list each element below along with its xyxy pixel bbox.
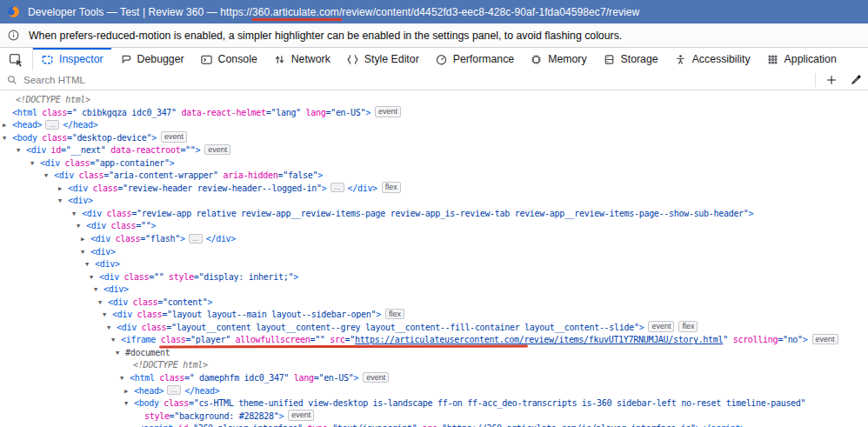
markup-line[interactable]: style="background: #282828">event xyxy=(0,410,868,424)
collapsed-content-ellipsis[interactable]: … xyxy=(331,183,344,192)
event-badge[interactable]: event xyxy=(812,334,838,345)
tab-label: Network xyxy=(291,53,331,65)
markup-line[interactable]: ▼<div> xyxy=(0,195,868,208)
twisty-expanded-icon[interactable]: ▼ xyxy=(30,157,34,170)
markup-line[interactable]: ▼<div id="__next" data-reactroot="">even… xyxy=(0,144,868,157)
attribute-name: class xyxy=(137,323,166,332)
tab-console[interactable]: Console xyxy=(192,48,265,70)
markup-line[interactable]: ▼<div class="" style="display: inherit;"… xyxy=(0,271,868,284)
markup-line[interactable]: ▼<div class="review-app relative review-… xyxy=(0,208,868,221)
attribute-name: class xyxy=(156,335,185,344)
collapsed-content-ellipsis[interactable]: … xyxy=(167,385,181,395)
twisty-expanded-icon[interactable]: ▼ xyxy=(85,258,89,271)
flex-badge[interactable]: flex xyxy=(382,182,401,193)
twisty-expanded-icon[interactable]: ▼ xyxy=(124,397,128,410)
twisty-collapsed-icon[interactable]: ▶ xyxy=(124,385,128,398)
attribute-value: ="content" xyxy=(157,297,207,307)
markup-line[interactable]: ▼<div> xyxy=(0,258,868,271)
tab-debugger[interactable]: Debugger xyxy=(111,48,192,70)
markup-line[interactable]: ▼<div> xyxy=(0,284,868,297)
window-title-post: review/content/d4452fd3-eec8-428c-90af-1… xyxy=(342,6,639,18)
tab-network[interactable]: Network xyxy=(265,48,338,70)
markup-line[interactable]: ▶<div class="flash">…</div> xyxy=(0,233,868,246)
tag-token: <html xyxy=(130,373,155,383)
tab-inspector[interactable]: Inspector xyxy=(33,48,111,70)
attribute-value: ="" xyxy=(180,145,195,155)
attribute-value: ="no" xyxy=(778,335,803,344)
attribute-value: ="" xyxy=(149,272,164,282)
twisty-expanded-icon[interactable]: ▼ xyxy=(111,334,115,347)
markup-line[interactable]: ▼<body class="desktop-device">event xyxy=(0,132,868,145)
markup-line[interactable]: ▼<div class=""> xyxy=(0,220,868,233)
memory-icon xyxy=(530,53,543,66)
twisty-expanded-icon[interactable]: ▼ xyxy=(90,271,93,284)
console-icon xyxy=(200,53,213,66)
attribute-value: ="review-app relative review-app__review… xyxy=(131,209,748,218)
twisty-expanded-icon[interactable]: ▼ xyxy=(107,322,110,335)
markup-line[interactable]: <!DOCTYPE html> xyxy=(0,94,868,107)
twisty-expanded-icon[interactable]: ▼ xyxy=(3,132,6,145)
tag-token: > xyxy=(322,183,327,193)
tab-accessibility[interactable]: Accessibility xyxy=(666,48,758,70)
markup-line[interactable]: ▼<div class="layout__content layout__con… xyxy=(0,322,868,335)
element-picker-button[interactable] xyxy=(0,48,33,70)
markup-line[interactable]: ▼#document xyxy=(0,347,868,360)
tag-token: <head> xyxy=(12,120,42,130)
eyedropper-button[interactable] xyxy=(844,74,868,86)
tab-performance[interactable]: Performance xyxy=(427,48,522,70)
markup-line[interactable]: ▼<div class="layout layout--main layout-… xyxy=(0,309,868,322)
twisty-expanded-icon[interactable]: ▼ xyxy=(58,195,62,208)
markup-line[interactable]: ▶<div class="review-header review-header… xyxy=(0,183,868,196)
twisty-expanded-icon[interactable]: ▼ xyxy=(44,170,48,183)
event-badge[interactable]: event xyxy=(363,372,389,384)
attribute-value: =" xyxy=(344,335,354,344)
tab-memory[interactable]: Memory xyxy=(522,48,594,70)
twisty-expanded-icon[interactable]: ▼ xyxy=(120,372,124,385)
tag-token: > xyxy=(365,108,371,117)
event-badge[interactable]: event xyxy=(161,131,187,143)
markup-line[interactable]: ▶<head>…</head> xyxy=(0,119,868,132)
collapsed-content-ellipsis[interactable]: … xyxy=(45,120,59,130)
markup-line[interactable]: <!DOCTYPE html> xyxy=(0,359,868,372)
event-badge[interactable]: event xyxy=(648,321,674,332)
markup-search-bar xyxy=(0,70,868,90)
attribute-link[interactable]: https://360.articulate.com/js/player-int… xyxy=(447,424,691,427)
markup-line[interactable]: <script id="360-player-interface" type="… xyxy=(0,423,868,427)
tab-application[interactable]: Application xyxy=(758,48,845,70)
twisty-collapsed-icon[interactable]: ▶ xyxy=(58,183,62,196)
twisty-expanded-icon[interactable]: ▼ xyxy=(77,220,80,233)
markup-line[interactable]: ▼<body class="cs-HTML theme-unified view… xyxy=(0,397,868,410)
twisty-collapsed-icon[interactable]: ▶ xyxy=(81,233,84,246)
twisty-expanded-icon[interactable]: ▼ xyxy=(94,284,97,297)
markup-line[interactable]: <html class=" cbibkgqza idc0_347" data-r… xyxy=(0,107,868,120)
tab-style-editor[interactable]: Style Editor xyxy=(338,48,427,70)
flex-badge[interactable]: flex xyxy=(678,321,698,332)
add-node-button[interactable] xyxy=(819,74,844,86)
markup-line[interactable]: ▼<div class="content"> xyxy=(0,297,868,310)
twisty-expanded-icon[interactable]: ▼ xyxy=(116,347,119,360)
event-badge[interactable]: event xyxy=(375,106,401,117)
twisty-expanded-icon[interactable]: ▼ xyxy=(72,208,76,221)
attribute-name: class xyxy=(102,209,131,218)
twisty-expanded-icon[interactable]: ▼ xyxy=(103,309,106,322)
twisty-collapsed-icon[interactable]: ▶ xyxy=(3,119,6,132)
collapsed-content-ellipsis[interactable]: … xyxy=(189,234,203,244)
markup-line[interactable]: ▼<html class=" damephfm idc0_347" lang="… xyxy=(0,372,868,385)
markup-line[interactable]: ▶<head>…</head> xyxy=(0,385,868,398)
attribute-value: ="text/javascript" xyxy=(327,424,417,427)
flex-badge[interactable]: flex xyxy=(385,309,404,320)
markup-line[interactable]: ▼<div class="aria-content-wrapper" aria-… xyxy=(0,170,868,183)
twisty-expanded-icon[interactable]: ▼ xyxy=(98,297,102,310)
tab-storage[interactable]: Storage xyxy=(595,48,666,70)
twisty-expanded-icon[interactable]: ▼ xyxy=(17,144,20,157)
search-input[interactable] xyxy=(23,75,811,85)
attribute-name: id xyxy=(173,424,188,427)
event-badge[interactable]: event xyxy=(204,144,230,156)
element-picker-icon xyxy=(9,52,23,67)
markup-line[interactable]: ▼<div> xyxy=(0,246,868,259)
markup-line[interactable]: ▼<div class="app-container"> xyxy=(0,157,868,170)
event-badge[interactable]: event xyxy=(288,410,314,421)
attribute-name: scrolling xyxy=(728,335,778,344)
twisty-expanded-icon[interactable]: ▼ xyxy=(81,246,84,259)
attribute-link[interactable]: https://articulateusercontent.com/review… xyxy=(355,335,723,344)
